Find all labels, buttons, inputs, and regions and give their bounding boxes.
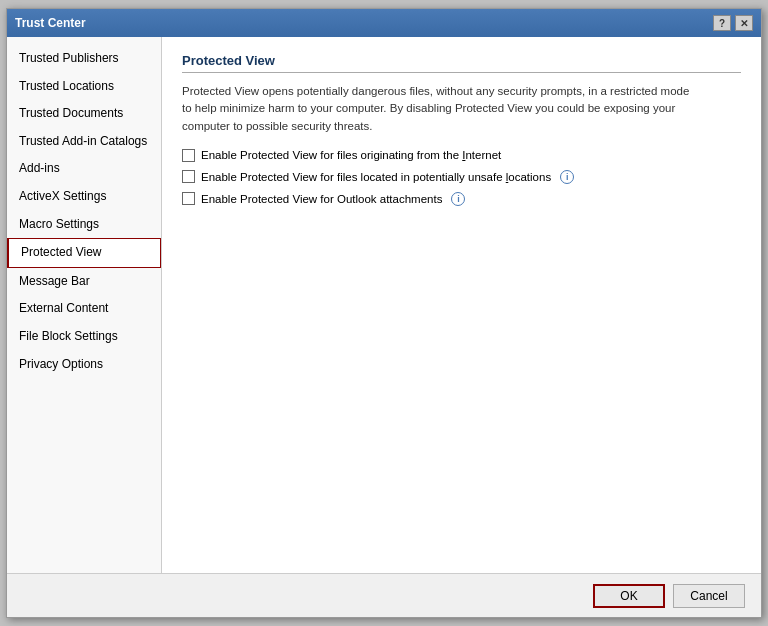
sidebar-item-trusted-publishers[interactable]: Trusted Publishers	[7, 45, 161, 73]
window-title: Trust Center	[15, 16, 86, 30]
description-text: Protected View opens potentially dangero…	[182, 83, 702, 135]
sidebar-item-file-block-settings[interactable]: File Block Settings	[7, 323, 161, 351]
checkbox-row-internet: Enable Protected View for files originat…	[182, 149, 741, 162]
sidebar: Trusted PublishersTrusted LocationsTrust…	[7, 37, 162, 573]
checkbox-unsafe-label: Enable Protected View for files located …	[201, 171, 551, 183]
help-button[interactable]: ?	[713, 15, 731, 31]
checkbox-internet[interactable]	[182, 149, 195, 162]
sidebar-item-activex-settings[interactable]: ActiveX Settings	[7, 183, 161, 211]
checkbox-unsafe[interactable]	[182, 170, 195, 183]
cancel-button[interactable]: Cancel	[673, 584, 745, 608]
title-bar: Trust Center ? ✕	[7, 9, 761, 37]
sidebar-item-protected-view[interactable]: Protected View	[7, 238, 161, 268]
sidebar-item-privacy-options[interactable]: Privacy Options	[7, 351, 161, 379]
window-content: Trusted PublishersTrusted LocationsTrust…	[7, 37, 761, 573]
title-bar-buttons: ? ✕	[713, 15, 753, 31]
sidebar-item-external-content[interactable]: External Content	[7, 295, 161, 323]
checkbox-outlook-label: Enable Protected View for Outlook attach…	[201, 193, 442, 205]
checkbox-outlook[interactable]	[182, 192, 195, 205]
sidebar-item-add-ins[interactable]: Add-ins	[7, 155, 161, 183]
sidebar-item-trusted-add-in-catalogs[interactable]: Trusted Add-in Catalogs	[7, 128, 161, 156]
sidebar-item-trusted-documents[interactable]: Trusted Documents	[7, 100, 161, 128]
checkbox-row-unsafe: Enable Protected View for files located …	[182, 170, 741, 184]
info-icon-unsafe[interactable]: i	[560, 170, 574, 184]
info-icon-outlook[interactable]: i	[451, 192, 465, 206]
footer: OK Cancel	[7, 573, 761, 617]
section-title: Protected View	[182, 53, 741, 73]
sidebar-item-trusted-locations[interactable]: Trusted Locations	[7, 73, 161, 101]
main-content: Protected View Protected View opens pote…	[162, 37, 761, 573]
checkbox-internet-label: Enable Protected View for files originat…	[201, 149, 501, 161]
sidebar-item-macro-settings[interactable]: Macro Settings	[7, 211, 161, 239]
sidebar-item-message-bar[interactable]: Message Bar	[7, 268, 161, 296]
checkbox-row-outlook: Enable Protected View for Outlook attach…	[182, 192, 741, 206]
ok-button[interactable]: OK	[593, 584, 665, 608]
trust-center-window: Trust Center ? ✕ Trusted PublishersTrust…	[6, 8, 762, 618]
close-button[interactable]: ✕	[735, 15, 753, 31]
